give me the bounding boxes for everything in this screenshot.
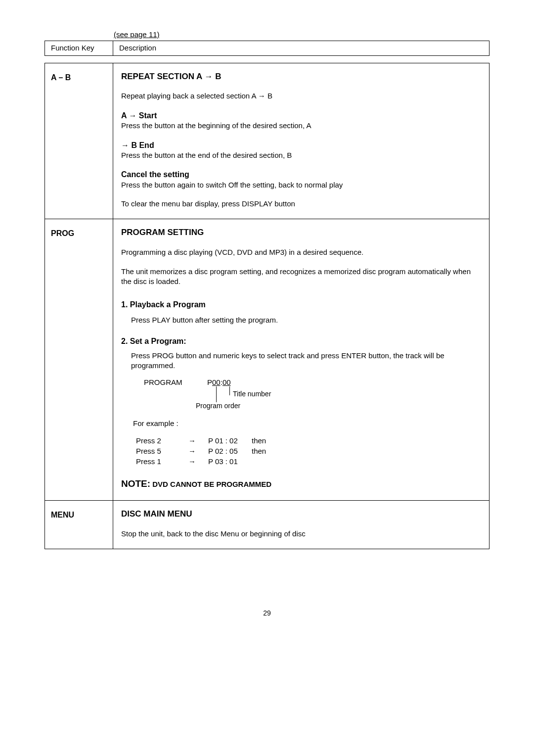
prog-playback-heading: 1. Playback a Program [121, 299, 481, 310]
key-prog: PROG [45, 219, 113, 501]
desc-menu: DISC MAIN MENU Stop the unit, back to th… [113, 500, 490, 549]
ab-b-end: → B End [121, 140, 481, 151]
diagram-tick-right [229, 386, 230, 395]
page-number: 29 [44, 609, 490, 618]
header-function-key: Function Key [45, 41, 113, 55]
prog-note: NOTE: DVD CANNOT BE PROGRAMMED [121, 477, 481, 490]
ab-b-end-desc: Press the button at the end of the desir… [121, 150, 481, 160]
diagram-program-label: PROGRAM [144, 378, 191, 387]
table-spacer [44, 56, 490, 63]
diagram-p-val1: 00 [212, 378, 221, 387]
note-small-label: DVD CANNOT BE PROGRAMMED [150, 480, 271, 488]
diagram-p-val2: 00 [222, 378, 231, 387]
see-page-ref: (see page 11) [114, 30, 490, 40]
prog-playback-desc: Press PLAY button after setting the prog… [131, 315, 481, 325]
ab-cancel-desc: Press the button again to switch Off the… [121, 180, 481, 190]
menu-desc: Stop the unit, back to the disc Menu or … [121, 529, 481, 539]
prog-memorize: The unit memorizes a disc program settin… [121, 267, 481, 287]
key-ab: A – B [45, 63, 113, 219]
content-table: A – B REPEAT SECTION A → B Repeat playin… [44, 63, 490, 550]
row-ab: A – B REPEAT SECTION A → B Repeat playin… [45, 63, 490, 219]
press-row: Press 5 → P 02 : 05 then [136, 446, 481, 456]
table-header-row: Function Key Description [45, 41, 490, 55]
desc-prog: PROGRAM SETTING Programming a disc playi… [113, 219, 490, 501]
press-row: Press 2 → P 01 : 02 then [136, 436, 481, 446]
diagram-title-number: Title number [233, 389, 271, 399]
ab-title: REPEAT SECTION A → B [121, 71, 481, 83]
prog-diagram: PROGRAM P 00 : 00 Title number Program o… [144, 378, 481, 410]
ab-cancel-title: Cancel the setting [121, 169, 481, 180]
prog-set-heading: 2. Set a Program: [121, 336, 481, 347]
header-description: Description [113, 41, 490, 55]
row-prog: PROG PROGRAM SETTING Programming a disc … [45, 219, 490, 501]
prog-set-desc: Press PROG button and numeric keys to se… [131, 351, 481, 371]
ab-a-start: A → Start [121, 110, 481, 121]
header-table: Function Key Description [44, 41, 490, 55]
prog-intro: Programming a disc playing (VCD, DVD and… [121, 247, 481, 257]
ab-repeat-text: Repeat playing back a selected section A… [121, 91, 481, 101]
diagram-program-order: Program order [196, 401, 240, 411]
note-big-label: NOTE: [121, 478, 150, 489]
prog-example-label: For example : [133, 419, 481, 428]
row-menu: MENU DISC MAIN MENU Stop the unit, back … [45, 500, 490, 549]
diagram-p-prefix: P [207, 378, 212, 387]
prog-title: PROGRAM SETTING [121, 227, 481, 238]
menu-title: DISC MAIN MENU [121, 509, 481, 520]
press-row: Press 1 → P 03 : 01 [136, 457, 481, 467]
desc-ab: REPEAT SECTION A → B Repeat playing back… [113, 63, 490, 219]
ab-a-start-desc: Press the button at the beginning of the… [121, 121, 481, 131]
key-menu: MENU [45, 500, 113, 549]
ab-clear-text: To clear the menu bar display, press DIS… [121, 199, 481, 209]
diagram-tick-left [216, 386, 217, 402]
prog-press-rows: Press 2 → P 01 : 02 then Press 5 → P 02 … [136, 436, 481, 467]
